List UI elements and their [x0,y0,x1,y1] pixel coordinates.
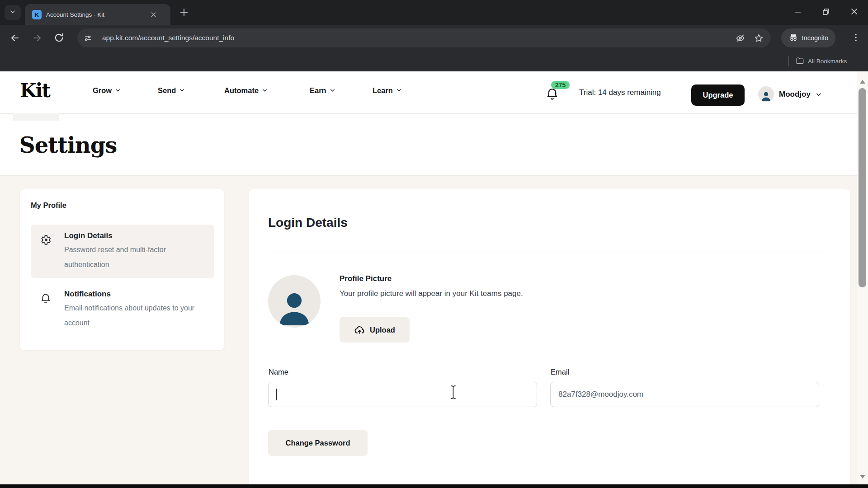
back-arrow-icon [9,33,20,45]
browser-menu-button[interactable] [851,33,861,44]
chevron-down-icon [396,86,402,95]
nav-grow[interactable]: Grow [93,86,121,95]
account-avatar [758,86,774,102]
scroll-up-icon[interactable] [859,78,866,86]
settings-band: Settings [0,114,868,176]
name-input[interactable] [268,382,537,407]
sidebar-item-label: Notifications [64,290,111,299]
sidebar-item-login-details[interactable]: Login Details Password reset and multi-f… [31,225,214,278]
chevron-down-icon [330,86,335,95]
close-icon [850,7,859,18]
name-label: Name [269,368,288,376]
app-header: Kit Grow Send Automate Earn Learn 275 Tr… [0,71,868,114]
reload-icon [54,33,64,45]
person-icon [760,90,772,102]
kit-favicon-icon: K [32,10,42,19]
ibeam-cursor [450,385,456,401]
browser-toolbar: app.kit.com/account_settings/account_inf… [0,25,868,51]
bookmark-star-icon[interactable] [754,33,764,43]
login-details-panel: Login Details Profile Picture Your profi… [249,189,850,488]
scrollbar-thumb[interactable] [859,88,866,287]
plus-icon [179,7,189,19]
divider [268,252,830,252]
email-label: Email [551,368,569,376]
window-close-button[interactable] [840,0,868,25]
restore-icon [822,8,830,18]
all-bookmarks-button[interactable]: All Bookmarks [796,51,847,71]
account-menu[interactable]: Moodjoy [758,86,822,102]
upload-label: Upload [370,326,395,334]
panel-title: Login Details [268,216,348,230]
incognito-label: Incognito [802,34,829,42]
minimize-icon [794,8,802,18]
kit-logo[interactable]: Kit [20,80,50,102]
window-minimize-button[interactable] [784,0,812,25]
new-tab-button[interactable] [179,7,189,19]
browser-tabstrip: K Account Settings - Kit [0,0,868,25]
nav-learn[interactable]: Learn [373,86,402,95]
browser-tab[interactable]: K Account Settings - Kit [25,4,170,25]
upload-button[interactable]: Upload [340,317,410,343]
window-controls [784,0,868,25]
nav-earn-label: Earn [310,86,326,95]
all-bookmarks-label: All Bookmarks [808,58,847,65]
bell-icon [40,292,52,306]
nav-send-label: Send [158,86,176,95]
tab-title: Account Settings - Kit [46,11,149,18]
window-restore-button[interactable] [812,0,840,25]
nav-grow-label: Grow [93,86,112,95]
notification-count-badge: 275 [551,81,570,89]
settings-sidebar: My Profile Login Details Password reset … [20,189,224,350]
forward-arrow-icon [32,33,42,45]
url-text[interactable]: app.kit.com/account_settings/account_inf… [102,34,731,42]
trial-status-text: Trial: 14 days remaining [579,88,661,97]
cloud-upload-icon [354,324,365,336]
chevron-down-icon [9,9,16,17]
tab-close-icon[interactable] [150,11,157,18]
scrollbar[interactable] [857,71,868,484]
scroll-down-icon[interactable] [859,473,866,481]
chevron-down-icon [816,91,822,98]
bookmarks-separator [788,56,789,66]
profile-picture-label: Profile Picture [340,274,392,283]
email-input[interactable] [550,382,819,407]
incognito-badge: Incognito [781,28,835,47]
text-caret [276,389,277,400]
sidebar-item-notifications[interactable]: Notifications Email notifications about … [31,285,214,338]
screen: K Account Settings - Kit [0,0,868,488]
nav-learn-label: Learn [373,86,393,95]
chevron-down-icon [115,86,121,95]
folder-icon [796,56,804,66]
nav-earn[interactable]: Earn [310,86,335,95]
person-icon [274,286,315,328]
profile-picture-avatar [268,275,321,328]
bookmarks-bar: All Bookmarks [0,51,868,71]
sidebar-item-label: Login Details [64,231,113,240]
loading-skeleton [13,113,59,121]
bottom-edge-bar [0,484,868,488]
nav-automate-label: Automate [224,86,259,95]
incognito-icon [788,33,798,44]
sidebar-item-description: Email notifications about updates to you… [64,300,200,330]
notifications-button[interactable] [545,87,559,103]
chevron-down-icon [262,86,268,95]
reload-button[interactable] [54,33,64,45]
account-name: Moodjoy [779,90,811,99]
page-title: Settings [19,132,117,158]
nav-send[interactable]: Send [158,86,185,95]
sidebar-item-description: Password reset and multi-factor authenti… [64,242,200,272]
forward-button[interactable] [32,33,42,45]
sidebar-section-title: My Profile [31,201,66,210]
back-button[interactable] [9,33,20,45]
eye-slash-icon[interactable] [736,33,745,43]
chevron-down-icon [179,86,185,95]
change-password-button[interactable]: Change Password [268,430,368,456]
profile-picture-description: Your profile picture will appear in your… [340,289,523,298]
bell-icon [545,94,559,102]
url-bar[interactable]: app.kit.com/account_settings/account_inf… [77,28,771,47]
tab-search-button[interactable] [5,5,21,20]
site-info-icon[interactable] [84,34,92,42]
gear-icon [40,234,52,248]
upgrade-button[interactable]: Upgrade [691,84,745,106]
nav-automate[interactable]: Automate [224,86,268,95]
